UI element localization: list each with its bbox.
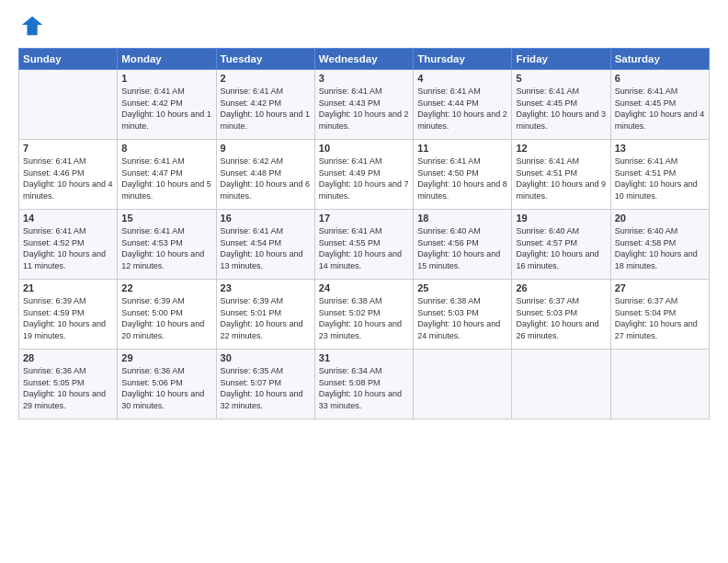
col-header-sunday: Sunday (19, 49, 118, 70)
day-number: 26 (516, 282, 606, 293)
calendar-cell (19, 70, 118, 140)
calendar-cell: 26Sunrise: 6:37 AMSunset: 5:03 PMDayligh… (512, 280, 610, 350)
day-info: Sunrise: 6:39 AMSunset: 5:00 PMDaylight:… (121, 295, 211, 341)
day-info: Sunrise: 6:41 AMSunset: 4:43 PMDaylight:… (319, 86, 409, 132)
calendar-cell: 24Sunrise: 6:38 AMSunset: 5:02 PMDayligh… (314, 280, 413, 350)
day-number: 13 (615, 143, 705, 154)
calendar-cell: 22Sunrise: 6:39 AMSunset: 5:00 PMDayligh… (118, 280, 216, 350)
day-info: Sunrise: 6:35 AMSunset: 5:07 PMDaylight:… (221, 365, 311, 411)
calendar-cell: 14Sunrise: 6:41 AMSunset: 4:52 PMDayligh… (19, 210, 118, 280)
day-info: Sunrise: 6:39 AMSunset: 5:01 PMDaylight:… (221, 295, 311, 341)
day-info: Sunrise: 6:40 AMSunset: 4:58 PMDaylight:… (615, 225, 705, 271)
calendar-cell: 4Sunrise: 6:41 AMSunset: 4:44 PMDaylight… (414, 70, 512, 140)
day-number: 25 (417, 282, 507, 293)
calendar-cell: 7Sunrise: 6:41 AMSunset: 4:46 PMDaylight… (19, 140, 118, 210)
col-header-thursday: Thursday (414, 49, 512, 70)
header (18, 17, 710, 39)
day-number: 10 (319, 143, 409, 154)
page: SundayMondayTuesdayWednesdayThursdayFrid… (0, 0, 728, 563)
calendar-cell: 20Sunrise: 6:40 AMSunset: 4:58 PMDayligh… (610, 210, 709, 280)
day-info: Sunrise: 6:41 AMSunset: 4:45 PMDaylight:… (615, 86, 705, 132)
calendar-cell: 10Sunrise: 6:41 AMSunset: 4:49 PMDayligh… (314, 140, 413, 210)
day-number: 9 (221, 143, 311, 154)
calendar-cell: 12Sunrise: 6:41 AMSunset: 4:51 PMDayligh… (512, 140, 610, 210)
week-row-2: 14Sunrise: 6:41 AMSunset: 4:52 PMDayligh… (19, 210, 710, 280)
calendar-cell: 25Sunrise: 6:38 AMSunset: 5:03 PMDayligh… (414, 280, 512, 350)
calendar-cell: 27Sunrise: 6:37 AMSunset: 5:04 PMDayligh… (610, 280, 709, 350)
day-number: 31 (319, 352, 409, 363)
calendar-cell: 30Sunrise: 6:35 AMSunset: 5:07 PMDayligh… (216, 350, 314, 419)
calendar-cell: 15Sunrise: 6:41 AMSunset: 4:53 PMDayligh… (118, 210, 216, 280)
day-number: 28 (23, 352, 113, 363)
day-info: Sunrise: 6:36 AMSunset: 5:06 PMDaylight:… (121, 365, 211, 411)
calendar-cell: 8Sunrise: 6:41 AMSunset: 4:47 PMDaylight… (118, 140, 216, 210)
calendar-cell: 29Sunrise: 6:36 AMSunset: 5:06 PMDayligh… (118, 350, 216, 419)
calendar-cell: 9Sunrise: 6:42 AMSunset: 4:48 PMDaylight… (216, 140, 314, 210)
day-number: 1 (121, 73, 211, 84)
day-info: Sunrise: 6:41 AMSunset: 4:49 PMDaylight:… (319, 155, 409, 201)
day-number: 27 (615, 282, 705, 293)
day-info: Sunrise: 6:41 AMSunset: 4:51 PMDaylight:… (516, 155, 606, 201)
day-number: 22 (121, 282, 211, 293)
day-info: Sunrise: 6:40 AMSunset: 4:56 PMDaylight:… (417, 225, 507, 271)
day-info: Sunrise: 6:34 AMSunset: 5:08 PMDaylight:… (319, 365, 409, 411)
calendar-cell: 13Sunrise: 6:41 AMSunset: 4:51 PMDayligh… (610, 140, 709, 210)
day-info: Sunrise: 6:36 AMSunset: 5:05 PMDaylight:… (23, 365, 113, 411)
day-number: 6 (615, 73, 705, 84)
day-info: Sunrise: 6:41 AMSunset: 4:45 PMDaylight:… (516, 86, 606, 132)
header-row: SundayMondayTuesdayWednesdayThursdayFrid… (19, 49, 710, 70)
calendar-cell: 23Sunrise: 6:39 AMSunset: 5:01 PMDayligh… (216, 280, 314, 350)
day-number: 23 (221, 282, 311, 293)
day-info: Sunrise: 6:37 AMSunset: 5:04 PMDaylight:… (615, 295, 705, 341)
calendar-cell: 1Sunrise: 6:41 AMSunset: 4:42 PMDaylight… (118, 70, 216, 140)
day-number: 24 (319, 282, 409, 293)
day-number: 14 (23, 213, 113, 224)
day-number: 20 (615, 213, 705, 224)
col-header-tuesday: Tuesday (216, 49, 314, 70)
day-number: 19 (516, 213, 606, 224)
day-number: 30 (221, 352, 311, 363)
week-row-1: 7Sunrise: 6:41 AMSunset: 4:46 PMDaylight… (19, 140, 710, 210)
week-row-4: 28Sunrise: 6:36 AMSunset: 5:05 PMDayligh… (19, 350, 710, 419)
day-info: Sunrise: 6:37 AMSunset: 5:03 PMDaylight:… (516, 295, 606, 341)
calendar-cell: 31Sunrise: 6:34 AMSunset: 5:08 PMDayligh… (314, 350, 413, 419)
day-info: Sunrise: 6:38 AMSunset: 5:03 PMDaylight:… (417, 295, 507, 341)
day-info: Sunrise: 6:41 AMSunset: 4:55 PMDaylight:… (319, 225, 409, 271)
day-number: 21 (23, 282, 113, 293)
day-info: Sunrise: 6:38 AMSunset: 5:02 PMDaylight:… (319, 295, 409, 341)
day-info: Sunrise: 6:41 AMSunset: 4:51 PMDaylight:… (615, 155, 705, 201)
day-info: Sunrise: 6:41 AMSunset: 4:50 PMDaylight:… (417, 155, 507, 201)
calendar-cell: 17Sunrise: 6:41 AMSunset: 4:55 PMDayligh… (314, 210, 413, 280)
day-number: 2 (221, 73, 311, 84)
calendar-cell: 2Sunrise: 6:41 AMSunset: 4:42 PMDaylight… (216, 70, 314, 140)
calendar-cell (610, 350, 709, 419)
day-number: 12 (516, 143, 606, 154)
day-number: 29 (121, 352, 211, 363)
day-info: Sunrise: 6:41 AMSunset: 4:52 PMDaylight:… (23, 225, 113, 271)
day-number: 17 (319, 213, 409, 224)
logo-icon (20, 13, 46, 39)
calendar-cell: 11Sunrise: 6:41 AMSunset: 4:50 PMDayligh… (414, 140, 512, 210)
day-info: Sunrise: 6:41 AMSunset: 4:54 PMDaylight:… (221, 225, 311, 271)
col-header-monday: Monday (118, 49, 216, 70)
svg-marker-0 (22, 17, 42, 36)
calendar-cell: 18Sunrise: 6:40 AMSunset: 4:56 PMDayligh… (414, 210, 512, 280)
logo (18, 17, 46, 39)
day-info: Sunrise: 6:41 AMSunset: 4:42 PMDaylight:… (121, 86, 211, 132)
day-number: 7 (23, 143, 113, 154)
day-info: Sunrise: 6:41 AMSunset: 4:44 PMDaylight:… (417, 86, 507, 132)
calendar-cell: 6Sunrise: 6:41 AMSunset: 4:45 PMDaylight… (610, 70, 709, 140)
day-info: Sunrise: 6:39 AMSunset: 4:59 PMDaylight:… (23, 295, 113, 341)
day-info: Sunrise: 6:41 AMSunset: 4:47 PMDaylight:… (121, 155, 211, 201)
day-info: Sunrise: 6:42 AMSunset: 4:48 PMDaylight:… (221, 155, 311, 201)
day-info: Sunrise: 6:40 AMSunset: 4:57 PMDaylight:… (516, 225, 606, 271)
calendar-cell: 21Sunrise: 6:39 AMSunset: 4:59 PMDayligh… (19, 280, 118, 350)
calendar-cell: 19Sunrise: 6:40 AMSunset: 4:57 PMDayligh… (512, 210, 610, 280)
day-number: 11 (417, 143, 507, 154)
day-number: 8 (121, 143, 211, 154)
col-header-wednesday: Wednesday (314, 49, 413, 70)
day-number: 15 (121, 213, 211, 224)
week-row-0: 1Sunrise: 6:41 AMSunset: 4:42 PMDaylight… (19, 70, 710, 140)
calendar-cell: 28Sunrise: 6:36 AMSunset: 5:05 PMDayligh… (19, 350, 118, 419)
calendar-cell: 5Sunrise: 6:41 AMSunset: 4:45 PMDaylight… (512, 70, 610, 140)
